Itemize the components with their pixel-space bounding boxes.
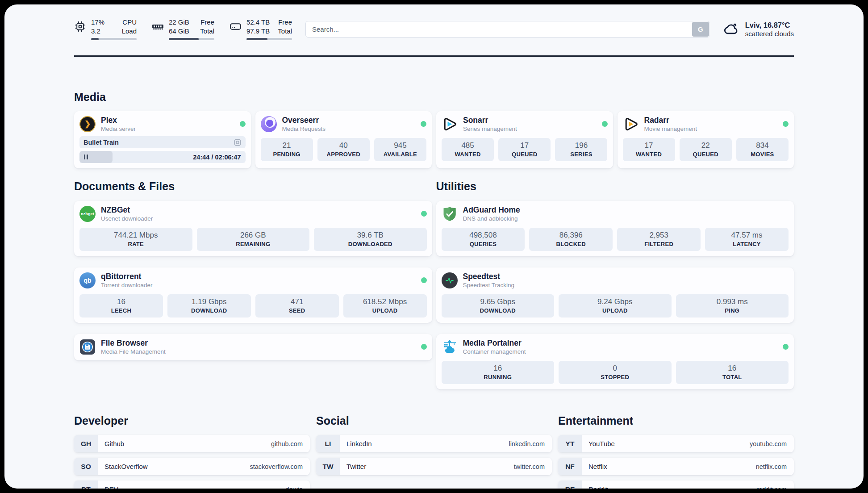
link-url: netflix.com xyxy=(756,463,787,470)
stat-queued: 22 QUEUED xyxy=(680,138,732,161)
link-url: reddit.com xyxy=(756,486,787,489)
stat-ping: 0.993 ms PING xyxy=(676,294,789,318)
link-badge: YT xyxy=(558,435,582,452)
disk-free-value: 52.4 TB xyxy=(246,18,270,27)
link-stackoverflow[interactable]: SO StackOverflow stackoverflow.com xyxy=(74,458,310,475)
app-subtitle: DNS and adblocking xyxy=(463,215,520,222)
stat-blocked: 86,396 BLOCKED xyxy=(529,228,613,251)
ram-total-label: Total xyxy=(200,27,214,36)
cpu-stat: 17% CPU 3.2 Load xyxy=(74,18,137,40)
app-card-plex[interactable]: ❯ Plex Media server Bullet Train xyxy=(74,111,251,168)
app-title: Radarr xyxy=(644,116,697,125)
playback-progress-bar: 24:44 / 02:06:47 xyxy=(79,151,246,163)
documents-column: Documents & Files nzbget NZBGet Usenet d… xyxy=(74,180,432,360)
ram-icon xyxy=(152,21,164,33)
stat-movies: 834 MOVIES xyxy=(736,138,789,161)
dashboard-page: 17% CPU 3.2 Load xyxy=(4,4,864,489)
now-playing-bar: Bullet Train xyxy=(79,136,246,148)
cpu-usage-value: 17% xyxy=(91,18,104,27)
link-name: Reddit xyxy=(588,485,608,489)
link-url: dev.to xyxy=(286,486,303,489)
link-badge: NF xyxy=(558,458,582,475)
stat-available: 945 AVAILABLE xyxy=(374,138,426,161)
stat-queries: 498,508 QUERIES xyxy=(442,228,525,251)
stat-leech: 16 LEECH xyxy=(79,294,163,318)
cloud-icon xyxy=(723,21,739,37)
app-card-radarr[interactable]: Radarr Movie management 17 WANTED 22 QUE… xyxy=(618,111,794,168)
portainer-crane-icon xyxy=(442,339,458,355)
link-badge: LI xyxy=(316,435,340,452)
link-url: linkedin.com xyxy=(509,440,545,447)
link-url: github.com xyxy=(271,440,303,447)
link-linkedin[interactable]: LI LinkedIn linkedin.com xyxy=(316,435,552,452)
stat-download: 9.65 Gbps DOWNLOAD xyxy=(442,294,555,318)
link-twitter[interactable]: TW Twitter twitter.com xyxy=(316,458,552,475)
disk-total-label: Total xyxy=(278,27,292,36)
link-netflix[interactable]: NF Netflix netflix.com xyxy=(558,458,794,475)
bookmark-sections: Developer GH Github github.com SO StackO… xyxy=(74,414,794,489)
sonarr-icon xyxy=(442,116,458,132)
search-engine-button[interactable]: G xyxy=(692,22,709,37)
playback-time: 24:44 / 02:06:47 xyxy=(193,154,241,161)
disk-free-label: Free xyxy=(278,18,292,27)
app-card-nzbget[interactable]: nzbget NZBGet Usenet downloader 744.21 M… xyxy=(74,201,432,256)
weather-condition: scattered clouds xyxy=(745,30,794,38)
status-online-dot xyxy=(783,344,789,350)
middle-columns: Documents & Files nzbget NZBGet Usenet d… xyxy=(74,180,794,389)
cpu-load-value: 3.2 xyxy=(91,27,100,36)
ram-free-value: 22 GiB xyxy=(169,18,189,27)
adguard-shield-icon xyxy=(442,206,458,222)
link-reddit[interactable]: RE Reddit reddit.com xyxy=(558,480,794,489)
link-dev[interactable]: DT DEV dev.to xyxy=(74,480,310,489)
stat-upload: 9.24 Gbps UPLOAD xyxy=(559,294,672,318)
pause-icon[interactable] xyxy=(84,155,88,159)
session-camera-icon[interactable] xyxy=(234,138,242,146)
entertainment-links: Entertainment YT YouTube youtube.com NF … xyxy=(558,414,794,489)
content-container: 17% CPU 3.2 Load xyxy=(4,4,864,489)
link-badge: GH xyxy=(74,435,98,452)
app-card-qbittorrent[interactable]: qb qBittorrent Torrent downloader 16 LEE… xyxy=(74,267,432,323)
top-bar: 17% CPU 3.2 Load xyxy=(74,16,794,42)
app-subtitle: Media File Management xyxy=(101,348,166,355)
app-card-speedtest[interactable]: Speedtest Speedtest Tracking 9.65 Gbps D… xyxy=(436,267,794,323)
search-input[interactable] xyxy=(305,21,710,38)
app-title: qBittorrent xyxy=(101,272,153,281)
qbittorrent-icon: qb xyxy=(79,272,96,288)
link-url: youtube.com xyxy=(750,440,787,447)
app-card-sonarr[interactable]: Sonarr Series management 485 WANTED 17 Q… xyxy=(436,111,613,168)
app-title: Speedtest xyxy=(463,272,515,281)
stat-wanted: 17 WANTED xyxy=(623,138,675,161)
app-title: AdGuard Home xyxy=(463,205,520,215)
app-subtitle: Container management xyxy=(463,348,526,355)
radarr-icon xyxy=(623,116,639,132)
stat-download: 1.19 Gbps DOWNLOAD xyxy=(167,294,251,318)
disk-stat: 52.4 TB Free 97.9 TB Total xyxy=(230,18,292,40)
cpu-usage-label: CPU xyxy=(122,18,137,27)
speedtest-pulse-icon xyxy=(442,272,458,288)
ram-free-label: Free xyxy=(200,18,214,27)
section-heading-documents: Documents & Files xyxy=(74,180,432,193)
stat-seed: 471 SEED xyxy=(255,294,339,318)
section-heading-utilities: Utilities xyxy=(436,180,794,193)
app-card-filebrowser[interactable]: File Browser Media File Management xyxy=(74,334,432,360)
system-stats: 17% CPU 3.2 Load xyxy=(74,18,292,40)
link-name: Github xyxy=(104,440,124,447)
link-youtube[interactable]: YT YouTube youtube.com xyxy=(558,435,794,452)
link-badge: DT xyxy=(74,480,98,489)
plex-icon: ❯ xyxy=(79,116,96,132)
app-title: Media Portainer xyxy=(463,338,526,348)
link-badge: RE xyxy=(558,480,582,489)
disk-drive-icon xyxy=(230,21,242,33)
app-card-adguard[interactable]: AdGuard Home DNS and adblocking 498,508 … xyxy=(436,201,794,256)
app-subtitle: Speedtest Tracking xyxy=(463,282,515,288)
section-heading-entertainment: Entertainment xyxy=(558,414,794,427)
overseerr-icon xyxy=(261,116,277,132)
social-links: Social LI LinkedIn linkedin.com TW Twitt… xyxy=(316,414,552,480)
link-name: YouTube xyxy=(588,440,615,447)
app-card-portainer[interactable]: Media Portainer Container management 16 … xyxy=(436,334,794,389)
app-card-overseerr[interactable]: Overseerr Media Requests 21 PENDING 40 A… xyxy=(255,111,432,168)
link-github[interactable]: GH Github github.com xyxy=(74,435,310,452)
app-subtitle: Series management xyxy=(463,125,517,132)
status-online-dot xyxy=(421,344,427,350)
weather-location-temp: Lviv, 16.87°C xyxy=(745,21,794,29)
